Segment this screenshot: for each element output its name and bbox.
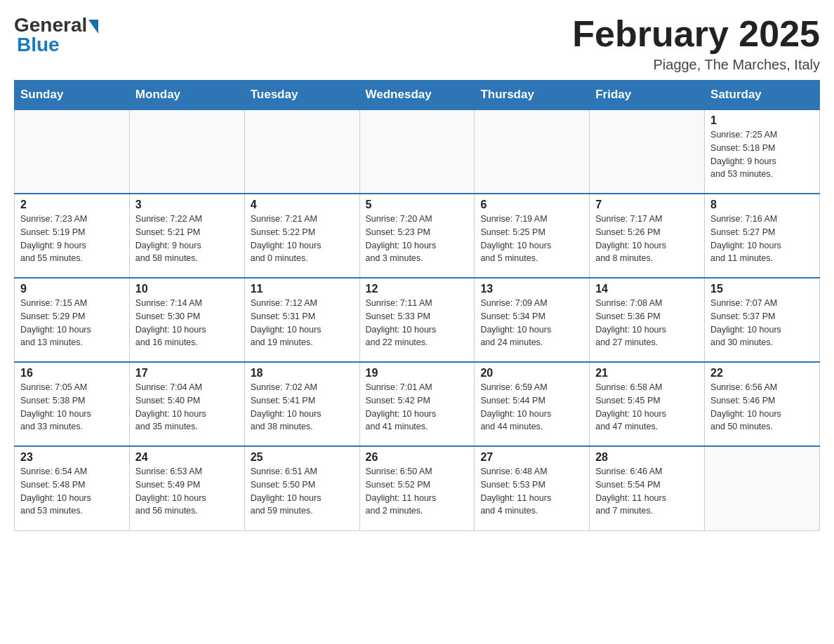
day-info: Sunrise: 7:09 AMSunset: 5:34 PMDaylight:… — [480, 297, 583, 349]
calendar-cell: 23Sunrise: 6:54 AMSunset: 5:48 PMDayligh… — [15, 446, 130, 530]
calendar-cell: 17Sunrise: 7:04 AMSunset: 5:40 PMDayligh… — [129, 362, 244, 446]
calendar-cell: 8Sunrise: 7:16 AMSunset: 5:27 PMDaylight… — [705, 194, 820, 278]
day-info: Sunrise: 7:16 AMSunset: 5:27 PMDaylight:… — [710, 213, 814, 265]
day-number: 12 — [366, 283, 469, 295]
calendar-cell — [129, 109, 244, 194]
calendar-cell: 3Sunrise: 7:22 AMSunset: 5:21 PMDaylight… — [129, 194, 244, 278]
day-info: Sunrise: 7:11 AMSunset: 5:33 PMDaylight:… — [366, 297, 469, 349]
day-number: 10 — [135, 283, 239, 295]
day-number: 3 — [135, 199, 239, 211]
calendar-cell: 14Sunrise: 7:08 AMSunset: 5:36 PMDayligh… — [590, 278, 705, 362]
day-info: Sunrise: 7:25 AMSunset: 5:18 PMDaylight:… — [710, 128, 814, 181]
day-info: Sunrise: 7:15 AMSunset: 5:29 PMDaylight:… — [20, 297, 124, 349]
day-info: Sunrise: 6:58 AMSunset: 5:45 PMDaylight:… — [595, 381, 699, 434]
calendar-cell: 10Sunrise: 7:14 AMSunset: 5:30 PMDayligh… — [129, 278, 244, 362]
day-number: 14 — [595, 283, 699, 295]
calendar-cell — [359, 109, 475, 194]
day-info: Sunrise: 6:56 AMSunset: 5:46 PMDaylight:… — [710, 381, 814, 434]
weekday-header-friday: Friday — [590, 81, 705, 110]
day-number: 5 — [366, 199, 469, 211]
title-section: February 2025 Piagge, The Marches, Italy — [572, 14, 820, 73]
location-text: Piagge, The Marches, Italy — [572, 57, 820, 73]
day-number: 21 — [595, 367, 699, 380]
weekday-header-sunday: Sunday — [15, 81, 130, 110]
calendar-cell: 4Sunrise: 7:21 AMSunset: 5:22 PMDaylight… — [244, 194, 359, 278]
weekday-header-thursday: Thursday — [475, 81, 590, 110]
logo-blue-text: Blue — [17, 34, 60, 56]
day-info: Sunrise: 6:53 AMSunset: 5:49 PMDaylight:… — [135, 465, 239, 518]
calendar-cell: 19Sunrise: 7:01 AMSunset: 5:42 PMDayligh… — [359, 362, 475, 446]
weekday-header-row: SundayMondayTuesdayWednesdayThursdayFrid… — [15, 81, 820, 110]
week-row-3: 9Sunrise: 7:15 AMSunset: 5:29 PMDaylight… — [15, 278, 820, 362]
day-info: Sunrise: 7:12 AMSunset: 5:31 PMDaylight:… — [251, 297, 354, 349]
day-info: Sunrise: 7:17 AMSunset: 5:26 PMDaylight:… — [595, 213, 699, 265]
calendar-cell: 28Sunrise: 6:46 AMSunset: 5:54 PMDayligh… — [590, 446, 705, 530]
calendar-cell: 18Sunrise: 7:02 AMSunset: 5:41 PMDayligh… — [244, 362, 359, 446]
calendar-cell: 24Sunrise: 6:53 AMSunset: 5:49 PMDayligh… — [129, 446, 244, 530]
logo: General Blue — [14, 14, 98, 56]
day-number: 9 — [20, 283, 124, 295]
day-number: 25 — [251, 451, 354, 464]
calendar-cell: 2Sunrise: 7:23 AMSunset: 5:19 PMDaylight… — [15, 194, 130, 278]
calendar-cell: 22Sunrise: 6:56 AMSunset: 5:46 PMDayligh… — [705, 362, 820, 446]
calendar-cell: 21Sunrise: 6:58 AMSunset: 5:45 PMDayligh… — [590, 362, 705, 446]
day-number: 20 — [480, 367, 583, 380]
day-number: 27 — [480, 451, 583, 464]
day-info: Sunrise: 7:08 AMSunset: 5:36 PMDaylight:… — [595, 297, 699, 349]
calendar-cell — [15, 109, 130, 194]
day-number: 26 — [366, 451, 469, 464]
day-number: 2 — [20, 199, 124, 211]
day-number: 15 — [710, 283, 814, 295]
day-info: Sunrise: 6:46 AMSunset: 5:54 PMDaylight:… — [595, 465, 699, 518]
day-number: 24 — [135, 451, 239, 464]
day-number: 8 — [710, 199, 814, 211]
weekday-header-wednesday: Wednesday — [359, 81, 475, 110]
calendar-cell: 6Sunrise: 7:19 AMSunset: 5:25 PMDaylight… — [475, 194, 590, 278]
day-number: 16 — [20, 367, 124, 380]
day-info: Sunrise: 6:51 AMSunset: 5:50 PMDaylight:… — [251, 465, 354, 518]
calendar-cell: 11Sunrise: 7:12 AMSunset: 5:31 PMDayligh… — [244, 278, 359, 362]
week-row-4: 16Sunrise: 7:05 AMSunset: 5:38 PMDayligh… — [15, 362, 820, 446]
calendar-cell: 1Sunrise: 7:25 AMSunset: 5:18 PMDaylight… — [705, 109, 820, 194]
logo-triangle-icon — [88, 20, 98, 34]
calendar-cell — [244, 109, 359, 194]
day-info: Sunrise: 7:07 AMSunset: 5:37 PMDaylight:… — [710, 297, 814, 349]
day-info: Sunrise: 7:01 AMSunset: 5:42 PMDaylight:… — [366, 381, 469, 434]
day-info: Sunrise: 7:23 AMSunset: 5:19 PMDaylight:… — [20, 213, 124, 265]
day-number: 19 — [366, 367, 469, 380]
calendar-cell — [590, 109, 705, 194]
day-number: 13 — [480, 283, 583, 295]
day-info: Sunrise: 7:02 AMSunset: 5:41 PMDaylight:… — [251, 381, 354, 434]
calendar-cell: 27Sunrise: 6:48 AMSunset: 5:53 PMDayligh… — [475, 446, 590, 530]
calendar-cell: 26Sunrise: 6:50 AMSunset: 5:52 PMDayligh… — [359, 446, 475, 530]
calendar-table: SundayMondayTuesdayWednesdayThursdayFrid… — [14, 80, 820, 531]
day-number: 22 — [710, 367, 814, 380]
weekday-header-tuesday: Tuesday — [244, 81, 359, 110]
week-row-5: 23Sunrise: 6:54 AMSunset: 5:48 PMDayligh… — [15, 446, 820, 530]
day-info: Sunrise: 6:50 AMSunset: 5:52 PMDaylight:… — [366, 465, 469, 518]
day-number: 4 — [251, 199, 354, 211]
calendar-cell: 13Sunrise: 7:09 AMSunset: 5:34 PMDayligh… — [475, 278, 590, 362]
day-number: 23 — [20, 451, 124, 464]
calendar-cell: 15Sunrise: 7:07 AMSunset: 5:37 PMDayligh… — [705, 278, 820, 362]
day-number: 11 — [251, 283, 354, 295]
day-info: Sunrise: 7:05 AMSunset: 5:38 PMDaylight:… — [20, 381, 124, 434]
day-info: Sunrise: 7:22 AMSunset: 5:21 PMDaylight:… — [135, 213, 239, 265]
calendar-cell: 12Sunrise: 7:11 AMSunset: 5:33 PMDayligh… — [359, 278, 475, 362]
calendar-cell: 16Sunrise: 7:05 AMSunset: 5:38 PMDayligh… — [15, 362, 130, 446]
calendar-cell: 20Sunrise: 6:59 AMSunset: 5:44 PMDayligh… — [475, 362, 590, 446]
day-number: 28 — [595, 451, 699, 464]
day-info: Sunrise: 7:21 AMSunset: 5:22 PMDaylight:… — [251, 213, 354, 265]
page-header: General Blue February 2025 Piagge, The M… — [14, 14, 820, 73]
day-number: 7 — [595, 199, 699, 211]
day-info: Sunrise: 7:19 AMSunset: 5:25 PMDaylight:… — [480, 213, 583, 265]
calendar-cell: 7Sunrise: 7:17 AMSunset: 5:26 PMDaylight… — [590, 194, 705, 278]
week-row-1: 1Sunrise: 7:25 AMSunset: 5:18 PMDaylight… — [15, 109, 820, 194]
weekday-header-monday: Monday — [129, 81, 244, 110]
month-title: February 2025 — [572, 14, 820, 54]
day-number: 1 — [710, 114, 814, 127]
calendar-cell: 25Sunrise: 6:51 AMSunset: 5:50 PMDayligh… — [244, 446, 359, 530]
day-number: 17 — [135, 367, 239, 380]
day-info: Sunrise: 7:14 AMSunset: 5:30 PMDaylight:… — [135, 297, 239, 349]
calendar-cell — [705, 446, 820, 530]
